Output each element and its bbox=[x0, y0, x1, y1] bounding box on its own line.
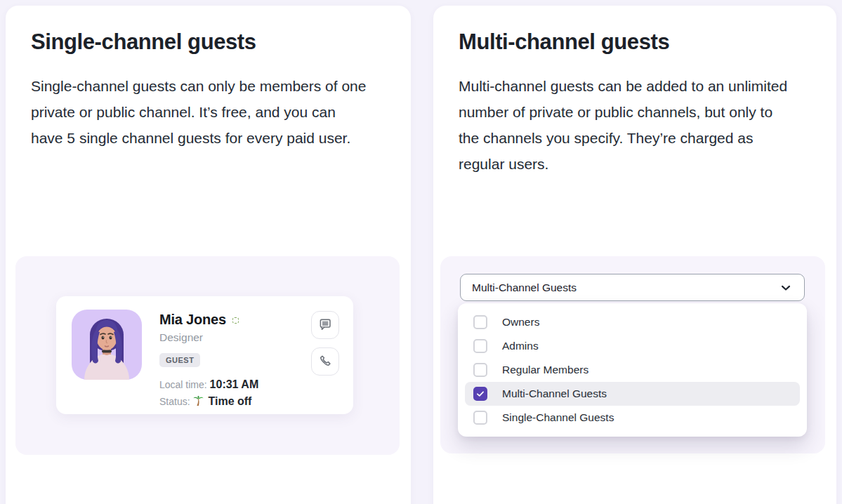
phone-icon bbox=[317, 353, 333, 371]
single-channel-guests-card: Single-channel guests Single-channel gue… bbox=[6, 6, 411, 504]
away-status-icon bbox=[232, 317, 239, 324]
option-label: Single-Channel Guests bbox=[502, 411, 614, 424]
page-title: Multi-channel guests bbox=[459, 29, 811, 55]
option-label: Regular Members bbox=[502, 364, 588, 376]
local-time-label: Local time: bbox=[159, 379, 207, 390]
chat-bubble-icon bbox=[317, 317, 333, 334]
local-time-row: Local time: 10:31 AM bbox=[159, 376, 307, 393]
menu-option-multi-channel-guests[interactable]: Multi-Channel Guests bbox=[465, 382, 800, 406]
profile-info: Mia Jones Designer GUEST Local time: 10:… bbox=[159, 312, 307, 412]
palm-tree-icon bbox=[192, 398, 204, 409]
chevron-down-icon bbox=[779, 281, 793, 295]
member-type-menu: Owners Admins Regular Members Multi-Chan… bbox=[458, 303, 807, 437]
checkbox-icon[interactable] bbox=[473, 411, 487, 425]
avatar-illustration bbox=[72, 310, 142, 380]
card-description: Multi-channel guests can be added to an … bbox=[459, 73, 794, 177]
status-label: Status: bbox=[159, 396, 190, 407]
local-time-value: 10:31 AM bbox=[210, 378, 259, 390]
demo-panel: Multi-Channel Guests Owners Admins Regul… bbox=[440, 256, 825, 453]
option-label: Admins bbox=[502, 340, 539, 352]
profile-actions bbox=[311, 311, 339, 376]
menu-option-owners[interactable]: Owners bbox=[465, 310, 800, 334]
page-title: Single-channel guests bbox=[31, 29, 386, 55]
member-type-select[interactable]: Multi-Channel Guests bbox=[460, 274, 805, 301]
guest-badge: GUEST bbox=[159, 353, 200, 367]
user-profile-card: Mia Jones Designer GUEST Local time: 10:… bbox=[56, 296, 353, 414]
menu-option-admins[interactable]: Admins bbox=[465, 334, 800, 358]
user-name: Mia Jones bbox=[159, 312, 226, 328]
option-label: Owners bbox=[502, 316, 539, 329]
menu-option-single-channel-guests[interactable]: Single-Channel Guests bbox=[465, 406, 800, 430]
checkbox-icon[interactable] bbox=[473, 363, 487, 377]
select-value: Multi-Channel Guests bbox=[472, 281, 577, 294]
avatar bbox=[72, 310, 142, 380]
multi-channel-guests-card: Multi-channel guests Multi-channel guest… bbox=[433, 6, 836, 504]
checkbox-checked-icon[interactable] bbox=[473, 387, 487, 401]
menu-option-regular-members[interactable]: Regular Members bbox=[465, 358, 800, 382]
checkbox-icon[interactable] bbox=[473, 315, 487, 329]
status-row: Status: Time off bbox=[159, 393, 307, 412]
status-value: Time off bbox=[208, 395, 251, 407]
call-button[interactable] bbox=[311, 347, 339, 376]
card-description: Single-channel guests can only be member… bbox=[31, 73, 367, 151]
message-button[interactable] bbox=[311, 311, 339, 339]
demo-panel: Mia Jones Designer GUEST Local time: 10:… bbox=[15, 256, 400, 455]
user-role: Designer bbox=[159, 331, 307, 344]
option-label: Multi-Channel Guests bbox=[502, 387, 607, 400]
checkbox-icon[interactable] bbox=[473, 339, 487, 353]
